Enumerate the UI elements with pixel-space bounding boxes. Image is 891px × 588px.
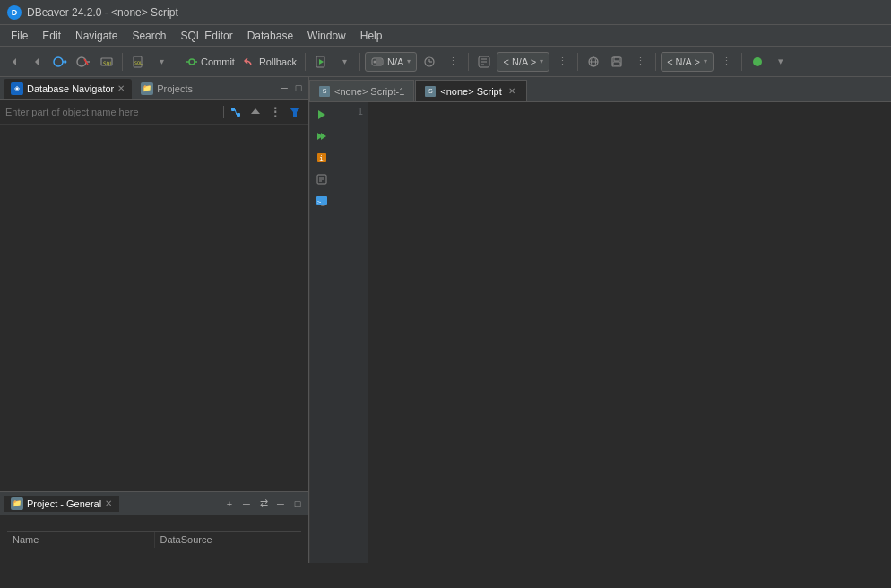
project-minimize-btn[interactable]: ─ — [273, 497, 288, 511]
menu-edit[interactable]: Edit — [35, 25, 68, 46]
project-minus-btn[interactable]: ─ — [239, 497, 254, 511]
svg-rect-37 — [231, 108, 235, 111]
project-controls: + ─ ⇄ ─ □ — [222, 497, 305, 511]
tab-projects[interactable]: 📁 Projects — [134, 79, 200, 99]
project-columns: Name DataSource — [7, 531, 301, 548]
run-script-btn[interactable] — [313, 127, 331, 145]
projects-icon: 📁 — [141, 82, 153, 95]
db-navigator-label: Database Navigator — [27, 83, 114, 94]
left-panel-maximize[interactable]: □ — [292, 82, 305, 95]
toolbar-more4-button[interactable]: ⋮ — [629, 50, 651, 74]
project-content: Name DataSource — [0, 515, 308, 563]
svg-marker-41 — [290, 108, 300, 117]
title-bar-text: DBeaver 24.2.0 - <none> Script — [27, 6, 178, 19]
project-general-close[interactable]: ✕ — [105, 498, 112, 508]
sql-editor-sidebar: i >_ — [309, 102, 333, 563]
menu-bar: File Edit Navigate Search SQL Editor Dat… — [0, 25, 891, 47]
svg-point-19 — [374, 60, 376, 63]
svg-text:>_: >_ — [317, 199, 325, 206]
menu-database[interactable]: Database — [240, 25, 300, 46]
toolbar-sep-6 — [577, 53, 578, 71]
db-navigator-close[interactable]: ✕ — [117, 83, 125, 93]
menu-sqleditor[interactable]: SQL Editor — [173, 25, 239, 46]
toolbar-sep-8 — [741, 53, 742, 71]
project-add-btn[interactable]: + — [222, 497, 237, 511]
tab-script-close[interactable]: ✕ — [506, 86, 517, 96]
right-dropdown[interactable]: < N/A > ▾ — [661, 52, 714, 72]
toolbar-sep-3 — [305, 53, 306, 71]
toolbar-status-button[interactable] — [747, 50, 768, 74]
schema-dropdown[interactable]: < N/A > ▾ — [497, 52, 549, 72]
menu-window[interactable]: Window — [300, 25, 353, 46]
nav-db-disconnect-button[interactable] — [73, 50, 94, 74]
svg-marker-1 — [35, 58, 39, 65]
toolbar-more3-button[interactable]: ⋮ — [551, 50, 573, 74]
toolbar-more-button[interactable]: ▾ — [151, 50, 172, 74]
tab-script-active-label: <none> Script — [440, 86, 502, 97]
nav-toolbar-sep — [223, 106, 224, 118]
nav-db-connect-button[interactable] — [49, 50, 71, 74]
sql-cursor — [376, 107, 376, 119]
db-nav-tree — [0, 125, 308, 491]
svg-line-39 — [235, 109, 237, 115]
db-navigator-content: ⋮ — [0, 100, 308, 491]
toolbar-sep-2 — [177, 53, 177, 71]
run-sql-script-button[interactable] — [310, 50, 332, 74]
svg-marker-17 — [319, 59, 324, 65]
toolbar-more2-button[interactable]: ⋮ — [442, 50, 463, 74]
sql-code-area[interactable] — [368, 102, 891, 563]
nav-back-button[interactable] — [4, 50, 25, 74]
toolbar-more5-button[interactable]: ⋮ — [715, 50, 737, 74]
nav-more-btn[interactable]: ⋮ — [267, 104, 283, 120]
svg-point-2 — [54, 57, 63, 66]
project-maximize-btn[interactable]: □ — [290, 497, 305, 511]
connection-dropdown[interactable]: N/A ▾ — [365, 52, 417, 72]
nav-collapse-btn[interactable] — [247, 104, 264, 120]
db-nav-toolbar: ⋮ — [0, 100, 308, 125]
svg-rect-35 — [613, 62, 620, 65]
menu-help[interactable]: Help — [353, 25, 390, 46]
toolbar-save-button[interactable] — [606, 50, 627, 74]
project-name-col: Name — [7, 532, 155, 548]
project-arrows-btn[interactable]: ⇄ — [256, 497, 271, 511]
toolbar-clock-button[interactable] — [419, 50, 440, 74]
menu-file[interactable]: File — [4, 25, 35, 46]
toolbar-sep-1 — [122, 53, 123, 71]
nav-sql-button[interactable]: SQL — [96, 50, 117, 74]
main-layout: ◈ Database Navigator ✕ 📁 Projects ─ □ — [0, 77, 891, 563]
new-sql-script-button[interactable]: SQL — [127, 50, 149, 74]
db-nav-search-input[interactable] — [5, 107, 220, 117]
left-bottom-panel: 📁 Project - General ✕ + ─ ⇄ ─ □ Name Dat… — [0, 491, 308, 563]
left-bottom-tabs: 📁 Project - General ✕ + ─ ⇄ ─ □ — [0, 492, 308, 515]
left-panel-tabs: ◈ Database Navigator ✕ 📁 Projects ─ □ — [0, 77, 308, 100]
commit-button[interactable]: Commit — [182, 50, 238, 74]
nav-filter-btn[interactable] — [287, 104, 303, 120]
editor-tabs: S <none> Script-1 S <none> Script ✕ — [309, 77, 891, 102]
run-statement-btn[interactable] — [313, 106, 331, 124]
rollback-button[interactable]: Rollback — [240, 50, 300, 74]
left-panel-controls: ─ □ — [278, 82, 305, 95]
nav-split-button[interactable] — [26, 50, 48, 74]
toolbar-more6-button[interactable]: ▾ — [770, 50, 792, 74]
menu-navigate[interactable]: Navigate — [68, 25, 125, 46]
tab-script-active[interactable]: S <none> Script ✕ — [415, 80, 527, 101]
schema-icon-button[interactable] — [473, 50, 495, 74]
run-script-more-button[interactable]: ▾ — [333, 50, 355, 74]
sql-format-btn[interactable] — [313, 170, 331, 188]
toolbar-globe-button[interactable] — [583, 50, 604, 74]
nav-link-with-editor-btn[interactable] — [228, 104, 244, 120]
connection-dropdown-chevron: ▾ — [407, 57, 411, 65]
svg-text:i: i — [319, 155, 324, 163]
explain-plan-btn[interactable]: i — [313, 149, 331, 167]
tab-database-navigator[interactable]: ◈ Database Navigator ✕ — [4, 79, 132, 99]
tab-project-general[interactable]: 📁 Project - General ✕ — [4, 496, 119, 512]
menu-search[interactable]: Search — [125, 25, 173, 46]
tab-script-1[interactable]: S <none> Script-1 — [309, 80, 414, 101]
left-panel-minimize[interactable]: ─ — [278, 82, 290, 95]
svg-marker-40 — [251, 108, 260, 114]
app-icon: D — [7, 5, 22, 20]
title-bar: D DBeaver 24.2.0 - <none> Script — [0, 0, 891, 25]
toolbar-sep-4 — [359, 53, 360, 71]
terminal-btn[interactable]: >_ — [313, 192, 331, 210]
project-general-label: Project - General — [27, 498, 101, 509]
